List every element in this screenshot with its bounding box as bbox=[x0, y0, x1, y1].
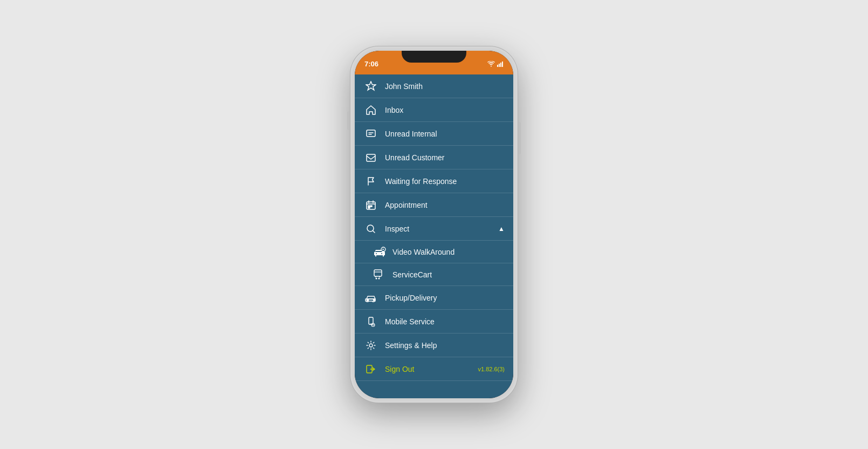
menu-item-inspect[interactable]: Inspect ▲ bbox=[355, 217, 513, 241]
star-icon bbox=[363, 79, 378, 94]
menu-item-mobile-service[interactable]: Mobile Service bbox=[355, 310, 513, 334]
unread-customer-label: Unread Customer bbox=[385, 153, 505, 162]
unread-internal-label: Unread Internal bbox=[385, 130, 505, 138]
phone-screen: 7:06 bbox=[355, 51, 513, 398]
gear-icon bbox=[363, 338, 378, 353]
menu-item-unread-internal[interactable]: Unread Internal bbox=[355, 122, 513, 146]
menu-item-waiting-response[interactable]: Waiting for Response bbox=[355, 169, 513, 193]
svg-rect-9 bbox=[368, 207, 370, 208]
notch bbox=[402, 51, 466, 63]
signal-icon bbox=[497, 61, 504, 67]
video-walkaround-label: Video WalkAround bbox=[392, 248, 454, 256]
svg-point-20 bbox=[369, 344, 373, 347]
svg-point-15 bbox=[378, 277, 380, 279]
svg-rect-5 bbox=[367, 154, 375, 161]
phone-frame: 7:06 bbox=[350, 46, 518, 403]
menu-item-video-walkaround[interactable]: Video WalkAround bbox=[355, 241, 513, 263]
status-bar: 7:06 bbox=[355, 51, 513, 74]
video-car-icon bbox=[372, 244, 387, 260]
menu-item-user[interactable]: John Smith bbox=[355, 74, 513, 98]
menu-item-settings-help[interactable]: Settings & Help bbox=[355, 334, 513, 357]
svg-rect-7 bbox=[368, 206, 370, 207]
menu-item-unread-customer[interactable]: Unread Customer bbox=[355, 146, 513, 169]
pickup-delivery-label: Pickup/Delivery bbox=[385, 294, 505, 302]
home-icon bbox=[363, 103, 378, 118]
svg-point-16 bbox=[367, 299, 369, 301]
menu-item-pickup-delivery[interactable]: Pickup/Delivery bbox=[355, 286, 513, 310]
email-icon bbox=[363, 150, 378, 165]
search-icon bbox=[363, 221, 378, 236]
user-name: John Smith bbox=[385, 82, 505, 91]
svg-point-17 bbox=[374, 299, 375, 301]
svg-rect-13 bbox=[374, 270, 382, 276]
appointment-label: Appointment bbox=[385, 201, 505, 209]
service-cart-label: ServiceCart bbox=[392, 270, 432, 279]
inspect-label: Inspect bbox=[385, 224, 498, 233]
inbox-label: Inbox bbox=[385, 106, 505, 114]
version-label: v1.82.6(3) bbox=[478, 366, 505, 372]
waiting-response-label: Waiting for Response bbox=[385, 177, 505, 186]
car-icon bbox=[363, 290, 378, 305]
svg-point-14 bbox=[376, 277, 377, 279]
sign-out-icon bbox=[363, 362, 378, 377]
menu-item-inbox[interactable]: Inbox bbox=[355, 98, 513, 122]
status-time: 7:06 bbox=[364, 60, 378, 68]
menu-item-sign-out[interactable]: Sign Out v1.82.6(3) bbox=[355, 357, 513, 381]
svg-rect-8 bbox=[370, 206, 372, 207]
menu-item-service-cart[interactable]: ServiceCart bbox=[355, 263, 513, 286]
svg-marker-12 bbox=[383, 248, 385, 250]
message-icon bbox=[363, 126, 378, 141]
svg-rect-0 bbox=[497, 65, 498, 67]
menu-content: John Smith Inbox bbox=[355, 74, 513, 398]
status-icons bbox=[487, 61, 504, 67]
svg-rect-3 bbox=[502, 62, 503, 67]
chevron-up-icon: ▲ bbox=[498, 225, 505, 233]
flag-icon bbox=[363, 174, 378, 189]
settings-help-label: Settings & Help bbox=[385, 341, 505, 350]
screen: 7:06 bbox=[355, 51, 513, 398]
menu-item-appointment[interactable]: Appointment bbox=[355, 193, 513, 217]
cart-icon bbox=[372, 267, 387, 282]
calendar-icon bbox=[363, 198, 378, 213]
svg-rect-2 bbox=[500, 63, 501, 67]
mobile-service-icon bbox=[363, 314, 378, 329]
svg-rect-4 bbox=[367, 130, 375, 137]
mobile-service-label: Mobile Service bbox=[385, 317, 505, 326]
wifi-icon bbox=[487, 61, 495, 67]
svg-rect-1 bbox=[499, 64, 500, 67]
sign-out-label: Sign Out bbox=[385, 365, 478, 373]
